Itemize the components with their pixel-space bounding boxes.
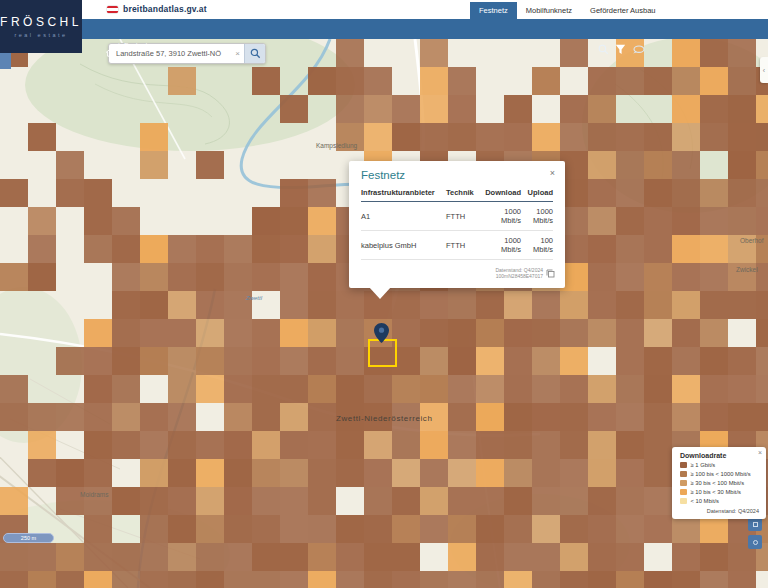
search-icon[interactable] [598, 41, 609, 59]
coverage-cell[interactable] [448, 431, 476, 459]
coverage-cell[interactable] [588, 263, 616, 291]
coverage-cell[interactable] [588, 515, 616, 543]
coverage-cell[interactable] [672, 543, 700, 571]
coverage-cell[interactable] [672, 347, 700, 375]
coverage-cell[interactable] [196, 319, 224, 347]
coverage-cell[interactable] [56, 543, 84, 571]
coverage-cell[interactable] [336, 459, 364, 487]
coverage-cell[interactable] [140, 235, 168, 263]
coverage-cell[interactable] [700, 39, 728, 67]
coverage-cell[interactable] [28, 207, 56, 235]
coverage-cell[interactable] [560, 347, 588, 375]
coverage-cell[interactable] [224, 291, 252, 319]
search-submit-button[interactable] [244, 44, 265, 63]
coverage-cell[interactable] [56, 151, 84, 179]
coverage-cell[interactable] [224, 235, 252, 263]
coverage-cell[interactable] [84, 515, 112, 543]
coverage-cell[interactable] [308, 235, 336, 263]
coverage-cell[interactable] [532, 403, 560, 431]
coverage-cell[interactable] [308, 291, 336, 319]
coverage-cell[interactable] [196, 431, 224, 459]
coverage-cell[interactable] [280, 571, 308, 588]
coverage-cell[interactable] [0, 571, 28, 588]
coverage-cell[interactable] [392, 459, 420, 487]
coverage-cell[interactable] [504, 291, 532, 319]
coverage-cell[interactable] [420, 571, 448, 588]
coverage-cell[interactable] [728, 263, 756, 291]
coverage-cell[interactable] [168, 459, 196, 487]
coverage-cell[interactable] [308, 487, 336, 515]
coverage-cell[interactable] [112, 543, 140, 571]
coverage-cell[interactable] [616, 375, 644, 403]
coverage-cell[interactable] [420, 291, 448, 319]
coverage-cell[interactable] [252, 459, 280, 487]
coverage-cell[interactable] [504, 347, 532, 375]
coverage-cell[interactable] [588, 123, 616, 151]
coverage-cell[interactable] [280, 403, 308, 431]
coverage-cell[interactable] [280, 515, 308, 543]
coverage-cell[interactable] [56, 459, 84, 487]
coverage-cell[interactable] [560, 459, 588, 487]
coverage-cell[interactable] [672, 39, 700, 67]
coverage-cell[interactable] [644, 67, 672, 95]
coverage-cell[interactable] [700, 123, 728, 151]
coverage-cell[interactable] [0, 403, 28, 431]
coverage-cell[interactable] [644, 515, 672, 543]
coverage-cell[interactable] [728, 235, 756, 263]
coverage-cell[interactable] [672, 179, 700, 207]
coverage-cell[interactable] [196, 347, 224, 375]
coverage-cell[interactable] [364, 403, 392, 431]
coverage-cell[interactable] [560, 515, 588, 543]
coverage-cell[interactable] [700, 207, 728, 235]
coverage-cell[interactable] [308, 347, 336, 375]
coverage-cell[interactable] [112, 571, 140, 588]
coverage-cell[interactable] [196, 263, 224, 291]
coverage-cell[interactable] [112, 375, 140, 403]
coverage-cell[interactable] [448, 543, 476, 571]
coverage-cell[interactable] [644, 207, 672, 235]
coverage-cell[interactable] [168, 515, 196, 543]
coverage-cell[interactable] [672, 291, 700, 319]
coverage-cell[interactable] [644, 123, 672, 151]
coverage-cell[interactable] [392, 123, 420, 151]
coverage-cell[interactable] [448, 123, 476, 151]
coverage-cell[interactable] [644, 263, 672, 291]
coverage-cell[interactable] [560, 543, 588, 571]
coverage-cell[interactable] [532, 291, 560, 319]
clear-search-icon[interactable]: × [231, 44, 244, 63]
coverage-cell[interactable] [0, 487, 28, 515]
coverage-cell[interactable] [280, 319, 308, 347]
coverage-cell[interactable] [700, 67, 728, 95]
coverage-cell[interactable] [616, 291, 644, 319]
coverage-cell[interactable] [196, 487, 224, 515]
coverage-cell[interactable] [168, 263, 196, 291]
coverage-cell[interactable] [28, 543, 56, 571]
coverage-cell[interactable] [532, 347, 560, 375]
coverage-cell[interactable] [252, 347, 280, 375]
coverage-cell[interactable] [140, 123, 168, 151]
coverage-cell[interactable] [644, 347, 672, 375]
coverage-cell[interactable] [280, 459, 308, 487]
coverage-cell[interactable] [252, 375, 280, 403]
zoom-control-partial[interactable] [0, 53, 11, 69]
coverage-cell[interactable] [224, 543, 252, 571]
coverage-cell[interactable] [476, 123, 504, 151]
coverage-cell[interactable] [588, 487, 616, 515]
coverage-cell[interactable] [644, 459, 672, 487]
map-info-button[interactable] [748, 535, 762, 549]
coverage-cell[interactable] [336, 291, 364, 319]
coverage-cell[interactable] [112, 431, 140, 459]
coverage-cell[interactable] [756, 179, 768, 207]
coverage-cell[interactable] [420, 123, 448, 151]
coverage-cell[interactable] [448, 459, 476, 487]
coverage-cell[interactable] [588, 459, 616, 487]
coverage-cell[interactable] [84, 235, 112, 263]
coverage-cell[interactable] [308, 263, 336, 291]
coverage-cell[interactable] [672, 67, 700, 95]
coverage-cell[interactable] [644, 571, 672, 588]
coverage-cell[interactable] [700, 95, 728, 123]
coverage-cell[interactable] [672, 515, 700, 543]
coverage-cell[interactable] [420, 459, 448, 487]
coverage-cell[interactable] [224, 459, 252, 487]
coverage-cell[interactable] [364, 571, 392, 588]
